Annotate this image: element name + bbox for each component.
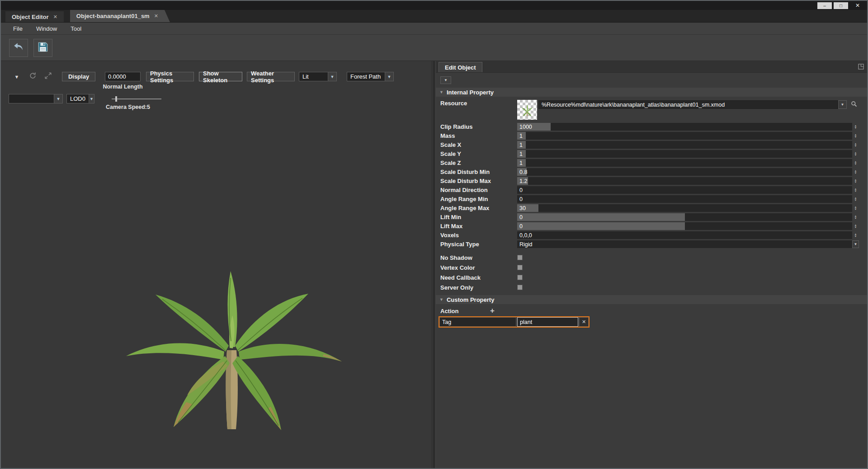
minimize-button[interactable]: –: [817, 2, 832, 9]
spinner-down-icon[interactable]: ▼: [854, 217, 857, 220]
object-select-dropdown[interactable]: ▼: [9, 94, 63, 103]
spinner-down-icon[interactable]: ▼: [854, 163, 857, 165]
lod-dropdown[interactable]: LOD0 ▼: [66, 94, 94, 103]
property-value-field[interactable]: 0,0,0: [517, 231, 852, 239]
checkbox[interactable]: [517, 275, 523, 280]
checkbox-row: No Shadow: [436, 253, 867, 263]
checkbox[interactable]: [517, 265, 523, 270]
environment-dropdown[interactable]: Forest Path ▼: [347, 72, 394, 81]
menu-tool[interactable]: Tool: [64, 25, 88, 32]
spinner-down-icon[interactable]: ▼: [854, 190, 857, 192]
spinner-down-icon[interactable]: ▼: [854, 172, 857, 174]
tab-close-icon[interactable]: ✕: [154, 13, 158, 19]
dropdown-arrow-button[interactable]: ▼: [852, 240, 859, 248]
physics-settings-button[interactable]: Physics Settings: [146, 72, 194, 81]
show-skeleton-button[interactable]: Show Skeleton: [199, 72, 242, 81]
custom-key-field[interactable]: Tag: [439, 317, 516, 327]
chevron-down-icon[interactable]: ▼: [89, 94, 94, 103]
chevron-down-icon[interactable]: ▼: [328, 72, 337, 81]
spinner-buttons[interactable]: ▲ ▼: [854, 179, 857, 183]
spinner-down-icon[interactable]: ▼: [854, 154, 857, 156]
add-action-button[interactable]: +: [490, 308, 495, 314]
spinner-buttons[interactable]: ▲ ▼: [854, 224, 857, 229]
viewport-menu-dropdown[interactable]: ▼: [10, 72, 24, 81]
spinner-buttons[interactable]: ▲ ▼: [854, 143, 857, 147]
checkbox[interactable]: [517, 255, 523, 260]
property-value-field[interactable]: 0.8: [517, 168, 852, 176]
custom-property-row-selected[interactable]: Tag plant ✕: [439, 316, 590, 328]
menu-file[interactable]: File: [6, 25, 29, 32]
panel-title-tab[interactable]: Edit Object: [439, 62, 482, 72]
spinner-buttons[interactable]: ▲ ▼: [854, 197, 857, 202]
fit-view-button[interactable]: [42, 72, 53, 81]
lod-dropdown-value: LOD0: [66, 94, 89, 103]
property-value-field[interactable]: 1: [517, 132, 852, 140]
display-button[interactable]: Display: [62, 72, 95, 81]
menu-window[interactable]: Window: [29, 25, 64, 32]
camera-speed-slider-handle[interactable]: [115, 96, 117, 102]
tab-object-editor[interactable]: Object Editor ✕: [5, 11, 64, 22]
property-value: 0: [517, 214, 523, 220]
action-label: Action: [440, 308, 490, 314]
spinner-buttons[interactable]: ▲ ▼: [854, 134, 857, 138]
property-row: Mass 1 ▲ ▼ ▼: [436, 132, 867, 140]
property-value-field[interactable]: 1: [517, 141, 852, 149]
spinner-buttons[interactable]: ▲ ▼: [854, 152, 857, 156]
chevron-down-icon: ▼: [841, 103, 844, 107]
restore-button[interactable]: □: [834, 2, 848, 9]
save-button[interactable]: [33, 39, 52, 57]
spinner-buttons[interactable]: ▲ ▼: [854, 188, 857, 192]
spinner-buttons[interactable]: ▲ ▼: [854, 233, 857, 238]
spinner-down-icon[interactable]: ▼: [854, 136, 857, 138]
spinner-buttons[interactable]: ▲ ▼: [854, 215, 857, 220]
spinner-buttons[interactable]: ▲ ▼: [854, 125, 857, 129]
property-value-field[interactable]: 30: [517, 204, 852, 212]
property-value-field[interactable]: Rigid: [517, 240, 852, 248]
property-value-field[interactable]: 1.2: [517, 177, 852, 185]
property-row: Physical Type Rigid ▲ ▼ ▼: [436, 240, 867, 248]
lighting-dropdown[interactable]: Lit ▼: [299, 72, 337, 81]
section-custom-property[interactable]: ▼ Custom Property: [436, 295, 867, 304]
chevron-down-icon[interactable]: ▼: [54, 94, 63, 103]
spinner-down-icon[interactable]: ▼: [854, 127, 857, 129]
tab-object-bananaplant[interactable]: Object-bananaplant01_sm ✕: [70, 10, 170, 22]
property-value-field[interactable]: 1: [517, 150, 852, 158]
resource-dropdown-button[interactable]: ▼: [838, 100, 847, 109]
tab-close-icon[interactable]: ✕: [53, 14, 57, 20]
object-actions-dropdown[interactable]: ▼: [440, 76, 451, 84]
banana-plant-model[interactable]: [110, 253, 357, 440]
spinner-down-icon[interactable]: ▼: [854, 208, 857, 211]
spinner-buttons[interactable]: ▲ ▼: [854, 161, 857, 165]
section-internal-property[interactable]: ▼ Internal Property: [436, 88, 867, 97]
spinner-down-icon[interactable]: ▼: [854, 181, 857, 183]
spinner-buttons[interactable]: ▲ ▼: [854, 206, 857, 211]
camera-speed-slider[interactable]: [112, 98, 161, 99]
resource-thumbnail[interactable]: [517, 100, 537, 120]
chevron-down-icon[interactable]: ▼: [385, 72, 394, 81]
panel-splitter[interactable]: [432, 61, 436, 468]
spinner-down-icon[interactable]: ▼: [854, 226, 857, 229]
undo-button[interactable]: [9, 39, 28, 57]
property-value-field[interactable]: 1000: [517, 123, 852, 131]
property-value-field[interactable]: 0: [517, 195, 852, 203]
remove-custom-property-button[interactable]: ✕: [579, 317, 589, 327]
property-value-field[interactable]: 0: [517, 186, 852, 194]
spinner-down-icon[interactable]: ▼: [854, 199, 857, 202]
viewport-3d[interactable]: ▼ Display 0.0000 Normal Le: [1, 61, 432, 468]
weather-settings-button[interactable]: Weather Settings: [247, 72, 295, 81]
close-button[interactable]: ✕: [850, 2, 865, 9]
resource-path-field[interactable]: %Resource%mdl\nature\ark\bananaplant_atl…: [538, 100, 838, 109]
normal-length-input[interactable]: 0.0000: [105, 72, 141, 81]
custom-value-field[interactable]: plant: [517, 317, 578, 327]
checkbox[interactable]: [517, 285, 523, 290]
spinner-down-icon[interactable]: ▼: [854, 145, 857, 147]
pin-panel-button[interactable]: [858, 64, 864, 70]
spinner-buttons[interactable]: ▲ ▼: [854, 170, 857, 174]
resource-browse-button[interactable]: [849, 100, 858, 109]
property-value-field[interactable]: 1: [517, 159, 852, 167]
refresh-button[interactable]: [27, 72, 38, 81]
property-value-field[interactable]: 0: [517, 213, 852, 221]
spinner-down-icon[interactable]: ▼: [854, 235, 857, 238]
property-value-field[interactable]: 0: [517, 222, 852, 230]
property-label: Mass: [440, 132, 517, 139]
